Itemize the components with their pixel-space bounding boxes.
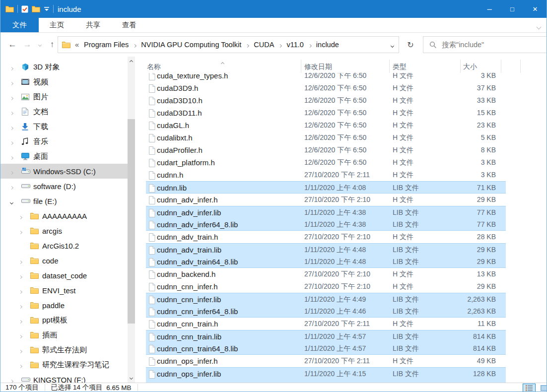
expand-chevron-icon[interactable] [10, 182, 13, 191]
column-header[interactable]: 大小 [463, 63, 477, 71]
sidebar-item[interactable]: file (E:) [0, 194, 128, 208]
file-row[interactable]: cudalibxt.h12/6/2020 下午 6:50H 文件5 KB [146, 131, 506, 144]
sidebar-item[interactable]: Windows-SSD (C:) [0, 164, 128, 179]
sidebar-item[interactable]: ArcGis10.2 [0, 238, 128, 253]
new-folder-icon[interactable] [32, 5, 40, 12]
file-row[interactable]: cudnn_ops_infer.h27/10/2020 下午 2:11H 文件4… [146, 355, 506, 367]
expand-chevron-icon[interactable] [19, 361, 22, 369]
expand-chevron-icon[interactable] [10, 167, 13, 176]
tab-share[interactable]: 共享 [75, 17, 111, 32]
expand-chevron-icon[interactable] [19, 286, 22, 295]
customize-toolbar-dropdown-icon[interactable] [44, 6, 50, 11]
sidebar-item[interactable]: 视频 [0, 74, 128, 89]
sidebar-item[interactable]: 图片 [0, 89, 128, 104]
file-row[interactable]: cudnn_cnn_train.h27/10/2020 下午 2:11H 文件1… [146, 318, 506, 330]
tab-file[interactable]: 文件 [0, 17, 39, 32]
sidebar-item[interactable]: 3D 对象 [0, 60, 128, 74]
sidebar-item[interactable]: code [0, 253, 128, 268]
breadcrumb-chevron-icon[interactable] [134, 41, 136, 49]
column-resize-handle[interactable] [301, 60, 301, 73]
column-header[interactable]: 类型 [393, 63, 407, 71]
file-row[interactable]: cudnn.lib1/11/2020 上午 4:08LIB 文件71 KB [146, 181, 506, 194]
column-resize-handle[interactable] [460, 60, 461, 73]
breadcrumb-segment[interactable]: NVIDIA GPU Computing Toolkit [140, 40, 242, 50]
expand-chevron-icon[interactable] [19, 301, 22, 310]
breadcrumb-segment[interactable]: Program Files [83, 40, 129, 50]
expand-chevron-icon[interactable] [10, 78, 13, 86]
sidebar-item[interactable]: ppt模板 [0, 313, 128, 327]
file-row[interactable]: cudaD3D11.h12/6/2020 下午 6:50H 文件15 KB [146, 107, 506, 119]
forward-button[interactable]: → [20, 38, 34, 52]
properties-check-icon[interactable] [21, 5, 28, 13]
breadcrumb-segment[interactable]: include [316, 40, 340, 50]
sidebar-item[interactable]: dataset_code [0, 268, 128, 283]
file-row[interactable]: cudaD3D9.h12/6/2020 下午 6:50H 文件37 KB [146, 82, 506, 94]
refresh-icon[interactable]: ↻ [404, 38, 417, 51]
file-row[interactable]: cudnn_cnn_infer64_8.lib1/11/2020 上午 4:46… [146, 305, 506, 318]
expand-chevron-icon[interactable] [10, 123, 13, 131]
breadcrumb-chevron-icon[interactable] [246, 41, 249, 49]
breadcrumb-overflow-icon[interactable]: « [75, 41, 79, 49]
file-row[interactable]: cudnn_ops_infer.lib1/11/2020 上午 4:15LIB … [146, 367, 506, 380]
collapse-chevron-icon[interactable] [10, 197, 13, 205]
sidebar-item[interactable]: 下载 [0, 119, 128, 134]
expand-ribbon-icon[interactable] [537, 22, 541, 31]
expand-chevron-icon[interactable] [10, 152, 13, 161]
file-row[interactable]: cudaGL.h12/6/2020 下午 6:50H 文件23 KB [146, 119, 506, 131]
expand-chevron-icon[interactable] [19, 227, 22, 235]
sidebar-item[interactable]: arcgis [0, 223, 128, 238]
file-row[interactable]: cuda_texture_types.h12/6/2020 下午 6:50H 文… [146, 73, 506, 82]
sidebar-scrollbar[interactable] [128, 57, 135, 383]
breadcrumb-chevron-icon[interactable] [279, 41, 281, 49]
sidebar-item[interactable]: 研究生课程学习笔记 [0, 357, 128, 372]
file-row[interactable]: cudnn_cnn_infer.lib1/11/2020 上午 4:49LIB … [146, 293, 506, 305]
expand-chevron-icon[interactable] [10, 376, 13, 383]
expand-chevron-icon[interactable] [10, 137, 13, 146]
file-row[interactable]: cudnn.h27/10/2020 下午 2:11H 文件3 KB [146, 169, 506, 181]
column-header[interactable]: 修改日期 [304, 63, 332, 71]
file-row[interactable]: cudnn_adv_infer64_8.lib1/11/2020 上午 4:38… [146, 218, 506, 231]
expand-chevron-icon[interactable] [19, 331, 22, 339]
expand-chevron-icon[interactable] [19, 212, 22, 220]
up-button[interactable]: ↑ [45, 38, 59, 52]
sidebar-item[interactable]: 桌面 [0, 149, 128, 164]
sidebar-item[interactable]: AAAAAAAAA [0, 208, 128, 223]
file-row[interactable]: cudnn_adv_train64_8.lib1/11/2020 上午 4:48… [146, 256, 506, 268]
file-row[interactable]: cudaD3D10.h12/6/2020 下午 6:50H 文件33 KB [146, 94, 506, 107]
tab-view[interactable]: 查看 [111, 17, 147, 32]
scroll-up-icon[interactable] [128, 58, 135, 65]
breadcrumb-segment[interactable]: CUDA [253, 40, 274, 50]
expand-chevron-icon[interactable] [19, 346, 22, 354]
expand-chevron-icon[interactable] [19, 271, 22, 280]
column-resize-handle[interactable] [501, 60, 501, 73]
file-row[interactable]: cudart_platform.h12/6/2020 下午 6:50H 文件3 … [146, 156, 506, 169]
expand-chevron-icon[interactable] [10, 93, 13, 101]
expand-chevron-icon[interactable] [19, 257, 22, 265]
sidebar-item[interactable]: KINGSTON (F:) [0, 372, 128, 383]
file-row[interactable]: cudnn_cnn_train64_8.lib1/11/2020 上午 4:57… [146, 342, 506, 355]
tab-home[interactable]: 主页 [39, 17, 75, 32]
close-icon[interactable]: ✕ [524, 0, 547, 18]
sidebar-item[interactable]: ENVI_test [0, 283, 128, 298]
sidebar-item[interactable]: 插画 [0, 327, 128, 342]
sidebar-item[interactable]: 文档 [0, 104, 128, 119]
file-row[interactable]: cudnn_adv_infer.h27/10/2020 下午 2:10H 文件2… [146, 194, 506, 206]
breadcrumb-segment[interactable]: v11.0 [286, 40, 304, 50]
sidebar-item[interactable]: software (D:) [0, 179, 128, 194]
column-header[interactable]: 名称 [147, 63, 161, 71]
address-bar[interactable]: «Program FilesNVIDIA GPU Computing Toolk… [58, 36, 399, 53]
minimize-icon[interactable]: ─ [478, 0, 501, 18]
sidebar-item[interactable]: 音乐 [0, 134, 128, 149]
file-row[interactable]: cudnn_cnn_infer.h27/10/2020 下午 2:10H 文件2… [146, 280, 506, 293]
recent-locations-dropdown-icon[interactable] [35, 38, 44, 52]
search-box[interactable]: 搜索"include" [423, 36, 547, 53]
breadcrumb-chevron-icon[interactable] [309, 41, 311, 49]
details-view-icon[interactable] [523, 384, 536, 392]
maximize-icon[interactable]: □ [501, 0, 524, 18]
file-row[interactable]: cudaProfiler.h12/6/2020 下午 6:50H 文件8 KB [146, 144, 506, 156]
back-button[interactable]: ← [5, 38, 19, 52]
expand-chevron-icon[interactable] [19, 316, 22, 325]
file-row[interactable]: cudnn_backend.h27/10/2020 下午 2:10H 文件13 … [146, 268, 506, 280]
file-row[interactable]: cudnn_adv_train.lib1/11/2020 上午 4:48LIB … [146, 243, 506, 256]
expand-chevron-icon[interactable] [10, 63, 13, 71]
